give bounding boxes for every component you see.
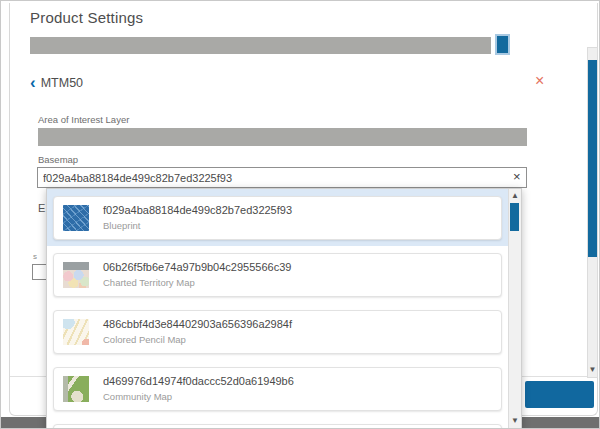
- basemap-option-name: Blueprint: [103, 220, 292, 231]
- basemap-option-partial[interactable]: [47, 417, 508, 429]
- basemap-option-id: 486cbbf4d3e84402903a656396a2984f: [103, 318, 292, 330]
- basemap-option-id: f029a4ba88184de499c82b7ed3225f93: [103, 204, 292, 216]
- basemap-input[interactable]: [37, 167, 527, 188]
- basemap-dropdown: f029a4ba88184de499c82b7ed3225f93 Bluepri…: [46, 188, 522, 429]
- dropdown-scroll-up-icon[interactable]: ▲: [509, 192, 521, 200]
- placeholder-accent-square: [495, 34, 510, 55]
- basemap-option-card[interactable]: d469976d14974f0daccc52d0a61949b6 Communi…: [53, 367, 502, 411]
- basemap-option-colored-pencil[interactable]: 486cbbf4d3e84402903a656396a2984f Colored…: [47, 303, 508, 360]
- panel-scroll-down-icon[interactable]: ▼: [588, 366, 597, 374]
- basemap-option-card[interactable]: [53, 424, 502, 429]
- basemap-option-name: Community Map: [103, 391, 294, 402]
- settings-window: Product Settings ‹ MTM50 × Area of Inter…: [0, 0, 600, 429]
- basemap-thumbnail-charted-territory: [63, 262, 89, 288]
- product-name-label: MTM50: [41, 76, 83, 90]
- basemap-option-id: d469976d14974f0daccc52d0a61949b6: [103, 375, 294, 387]
- aoi-layer-label: Area of Interest Layer: [38, 114, 129, 125]
- basemap-thumbnail-blueprint: [63, 205, 89, 231]
- basemap-thumbnail-community: [63, 376, 89, 402]
- dropdown-scroll-down-icon[interactable]: ▼: [509, 417, 521, 425]
- save-primary-button[interactable]: [525, 381, 594, 408]
- panel-scrollbar[interactable]: ▼: [587, 47, 598, 378]
- basemap-option-card[interactable]: 486cbbf4d3e84402903a656396a2984f Colored…: [53, 310, 502, 354]
- covered-field-label-fragment: E: [38, 202, 45, 214]
- basemap-option-id: 06b26f5fb6e74a97b9b04c2955566c39: [103, 261, 291, 273]
- dropdown-scrollbar[interactable]: ▲ ▼: [508, 189, 521, 429]
- covered-checkbox-label-fragment: s: [33, 252, 37, 261]
- basemap-option-card[interactable]: f029a4ba88184de499c82b7ed3225f93 Bluepri…: [53, 196, 502, 240]
- basemap-option-blueprint[interactable]: f029a4ba88184de499c82b7ed3225f93 Bluepri…: [47, 189, 508, 246]
- panel-scrollbar-thumb[interactable]: [588, 60, 597, 257]
- basemap-thumbnail-colored-pencil: [63, 319, 89, 345]
- title-placeholder-bar: [30, 37, 491, 54]
- clear-input-icon[interactable]: ×: [513, 169, 521, 184]
- close-icon[interactable]: ×: [535, 73, 544, 89]
- basemap-option-community[interactable]: d469976d14974f0daccc52d0a61949b6 Communi…: [47, 360, 508, 417]
- basemap-option-name: Charted Territory Map: [103, 277, 291, 288]
- back-to-products-button[interactable]: ‹ MTM50: [30, 75, 83, 91]
- page-title: Product Settings: [30, 9, 143, 26]
- basemap-option-name: Colored Pencil Map: [103, 334, 292, 345]
- basemap-option-list: f029a4ba88184de499c82b7ed3225f93 Bluepri…: [47, 189, 508, 429]
- aoi-layer-field-placeholder[interactable]: [38, 128, 527, 146]
- chevron-left-icon: ‹: [30, 75, 36, 91]
- basemap-option-card[interactable]: 06b26f5fb6e74a97b9b04c2955566c39 Charted…: [53, 253, 502, 297]
- basemap-label: Basemap: [38, 154, 78, 165]
- basemap-option-charted-territory[interactable]: 06b26f5fb6e74a97b9b04c2955566c39 Charted…: [47, 246, 508, 303]
- dropdown-scrollbar-thumb[interactable]: [510, 203, 519, 231]
